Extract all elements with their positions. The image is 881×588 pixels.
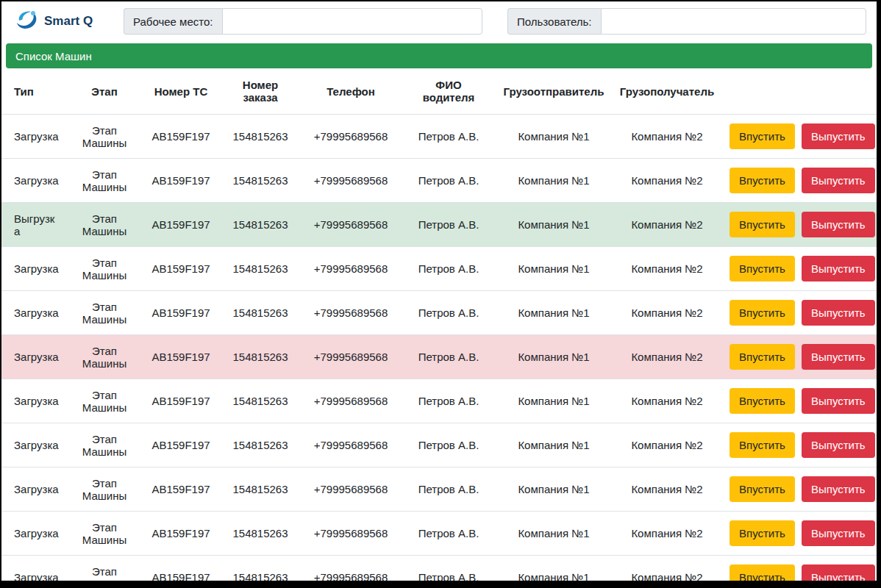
- workplace-input[interactable]: [222, 8, 483, 35]
- cell-consignee: Компания №2: [612, 467, 722, 512]
- cell-consignee: Компания №2: [612, 512, 722, 556]
- cell-type: Выгрузка: [1, 203, 68, 247]
- cell-order-number: 154815263: [221, 467, 300, 512]
- cell-consignee: Компания №2: [612, 247, 722, 291]
- cell-vehicle-number: АВ159F197: [141, 423, 221, 467]
- user-input[interactable]: [601, 8, 866, 35]
- cell-type: Загрузка: [1, 423, 68, 467]
- admit-button[interactable]: Впустить: [730, 123, 795, 149]
- admit-button[interactable]: Впустить: [730, 256, 795, 282]
- column-header-stage: Этап: [68, 68, 141, 115]
- workplace-group: Рабочее место:: [124, 8, 482, 35]
- cell-shipper: Компания №1: [496, 203, 612, 247]
- cell-order-number: 154815263: [221, 556, 300, 581]
- cell-driver-name: Петров А.В.: [402, 556, 496, 581]
- cell-order-number: 154815263: [221, 291, 300, 335]
- cell-shipper: Компания №1: [496, 247, 612, 291]
- cell-release: Выпустить: [794, 556, 877, 581]
- cell-type: Загрузка: [1, 556, 68, 581]
- admit-button[interactable]: Впустить: [730, 432, 795, 458]
- cell-vehicle-number: АВ159F197: [141, 291, 221, 335]
- release-button[interactable]: Выпустить: [802, 388, 875, 414]
- table-row: Загрузка Этап Машины АВ159F197 154815263…: [1, 159, 877, 203]
- cell-stage: Этап Машины: [68, 115, 141, 159]
- cell-admit: Впустить: [722, 335, 794, 379]
- cell-release: Выпустить: [794, 423, 877, 467]
- cell-phone: +79995689568: [300, 247, 402, 291]
- release-button[interactable]: Выпустить: [802, 256, 875, 282]
- cell-shipper: Компания №1: [496, 335, 612, 379]
- release-button[interactable]: Выпустить: [802, 476, 875, 502]
- column-header-release: [794, 68, 877, 115]
- cell-vehicle-number: АВ159F197: [141, 247, 221, 291]
- cell-phone: +79995689568: [300, 512, 402, 556]
- cell-shipper: Компания №1: [496, 556, 612, 581]
- cell-phone: +79995689568: [300, 423, 402, 467]
- cell-consignee: Компания №2: [612, 556, 722, 581]
- cell-phone: +79995689568: [300, 379, 402, 423]
- cell-stage: Этап Машины: [68, 423, 141, 467]
- cell-order-number: 154815263: [221, 115, 300, 159]
- cell-release: Выпустить: [794, 115, 877, 159]
- admit-button[interactable]: Впустить: [730, 300, 795, 326]
- cell-shipper: Компания №1: [496, 291, 612, 335]
- admit-button[interactable]: Впустить: [730, 344, 795, 370]
- table-row: Загрузка Этап Машины АВ159F197 154815263…: [1, 379, 877, 423]
- brand-name: Smart Q: [44, 14, 93, 29]
- cell-admit: Впустить: [722, 247, 794, 291]
- admit-button[interactable]: Впустить: [730, 564, 795, 581]
- cell-release: Выпустить: [794, 379, 877, 423]
- release-button[interactable]: Выпустить: [802, 168, 875, 193]
- cell-release: Выпустить: [794, 291, 877, 335]
- cell-admit: Впустить: [722, 291, 794, 335]
- vehicle-table-body: Загрузка Этап Машины АВ159F197 154815263…: [1, 115, 877, 581]
- cell-consignee: Компания №2: [612, 379, 722, 423]
- cell-driver-name: Петров А.В.: [402, 467, 496, 512]
- table-row: Загрузка Этап Машины АВ159F197 154815263…: [1, 115, 877, 159]
- admit-button[interactable]: Впустить: [730, 388, 795, 414]
- cell-order-number: 154815263: [221, 379, 300, 423]
- cell-release: Выпустить: [794, 512, 877, 556]
- column-header-type: Тип: [1, 68, 68, 115]
- cell-vehicle-number: АВ159F197: [141, 335, 221, 379]
- section-title: Список Машин: [15, 50, 92, 62]
- cell-stage: Этап Машины: [68, 159, 141, 203]
- cell-shipper: Компания №1: [496, 159, 612, 203]
- admit-button[interactable]: Впустить: [730, 476, 795, 502]
- cell-order-number: 154815263: [221, 335, 300, 379]
- cell-driver-name: Петров А.В.: [402, 335, 496, 379]
- cell-phone: +79995689568: [300, 115, 402, 159]
- table-row: Загрузка Этап Машины АВ159F197 154815263…: [1, 467, 877, 512]
- column-header-vehicle-number: Номер ТС: [141, 68, 221, 115]
- cell-admit: Впустить: [722, 423, 794, 467]
- cell-admit: Впустить: [722, 512, 794, 556]
- vehicle-table: Тип Этап Номер ТС Номер заказа Телефон Ф…: [1, 68, 877, 581]
- release-button[interactable]: Выпустить: [802, 344, 875, 370]
- cell-driver-name: Петров А.В.: [402, 291, 496, 335]
- cell-type: Загрузка: [1, 335, 68, 379]
- cell-type: Загрузка: [1, 159, 68, 203]
- cell-release: Выпустить: [794, 335, 877, 379]
- cell-type: Загрузка: [1, 115, 68, 159]
- release-button[interactable]: Выпустить: [802, 520, 875, 546]
- cell-shipper: Компания №1: [496, 379, 612, 423]
- release-button[interactable]: Выпустить: [802, 432, 875, 458]
- admit-button[interactable]: Впустить: [730, 212, 795, 237]
- release-button[interactable]: Выпустить: [802, 123, 875, 149]
- cell-stage: Этап Машины: [68, 556, 141, 581]
- smartq-logo-icon: [15, 9, 40, 34]
- cell-type: Загрузка: [1, 291, 68, 335]
- cell-driver-name: Петров А.В.: [402, 512, 496, 556]
- cell-order-number: 154815263: [221, 203, 300, 247]
- release-button[interactable]: Выпустить: [802, 212, 875, 237]
- table-row: Выгрузка Этап Машины АВ159F197 154815263…: [1, 203, 877, 247]
- release-button[interactable]: Выпустить: [802, 300, 875, 326]
- admit-button[interactable]: Впустить: [730, 168, 795, 193]
- release-button[interactable]: Выпустить: [802, 564, 875, 581]
- brand: Smart Q: [15, 9, 101, 34]
- admit-button[interactable]: Впустить: [730, 520, 795, 546]
- column-header-shipper: Грузоотправитель: [496, 68, 612, 115]
- cell-phone: +79995689568: [300, 556, 402, 581]
- column-header-phone: Телефон: [300, 68, 402, 115]
- column-header-consignee: Грузополучатель: [612, 68, 722, 115]
